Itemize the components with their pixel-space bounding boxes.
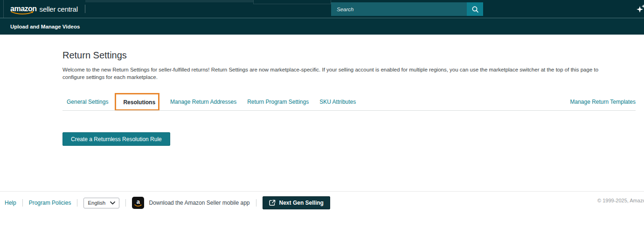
chevron-down-icon <box>110 201 115 205</box>
next-gen-selling-label: Next Gen Selling <box>279 200 324 206</box>
footer-separator <box>256 199 256 207</box>
header-dropdown-edge <box>253 0 331 4</box>
ai-assistant-button[interactable] <box>635 3 644 15</box>
footer-separator <box>77 199 77 207</box>
footer: Help Program Policies English a Download… <box>5 196 330 210</box>
language-select[interactable]: English <box>83 198 119 208</box>
language-select-value: English <box>88 200 105 206</box>
external-link-icon <box>269 200 276 206</box>
logo-divider <box>85 5 85 13</box>
tab-sku-attributes[interactable]: SKU Attributes <box>319 99 356 105</box>
sub-header-bar: Upload and Manage Videos <box>0 18 644 35</box>
program-policies-link[interactable]: Program Policies <box>29 200 71 206</box>
page-description: Welcome to the new Return Settings for s… <box>62 66 619 81</box>
settings-tabs: General Settings Resolutions Manage Retu… <box>62 93 356 111</box>
global-search <box>331 2 483 16</box>
download-mobile-app-link[interactable]: Download the Amazon Seller mobile app <box>149 200 249 206</box>
seller-central-text: seller central <box>40 5 78 13</box>
subheader-title: Upload and Manage Videos <box>10 24 80 29</box>
page-title: Return Settings <box>62 50 127 61</box>
search-input[interactable] <box>331 2 467 16</box>
app-icon-smile <box>134 204 142 207</box>
next-gen-selling-button[interactable]: Next Gen Selling <box>263 196 330 209</box>
amazon-app-icon[interactable]: a <box>132 197 144 209</box>
tab-resolutions[interactable]: Resolutions <box>123 99 155 106</box>
app-icon-letter: a <box>137 199 140 204</box>
seller-central-logo[interactable]: amazon seller central <box>10 0 85 18</box>
footer-divider-line <box>0 191 644 192</box>
tab-general-settings[interactable]: General Settings <box>67 99 108 105</box>
header-accent-strip <box>85 0 253 2</box>
annotation-highlight-box: Resolutions <box>115 93 159 111</box>
tab-manage-return-addresses[interactable]: Manage Return Addresses <box>170 99 236 105</box>
search-button[interactable] <box>467 2 483 16</box>
top-header-bar: amazon seller central <box>0 0 644 18</box>
footer-separator <box>22 199 23 207</box>
header-left-divider <box>3 0 4 18</box>
amazon-smile-icon <box>11 11 34 15</box>
tab-return-program-settings[interactable]: Return Program Settings <box>247 99 309 105</box>
amazon-logo-text: amazon <box>10 5 37 13</box>
sparkle-icon <box>635 3 644 15</box>
footer-separator <box>125 199 126 207</box>
tabs-divider-line <box>62 110 636 111</box>
manage-return-templates-link[interactable]: Manage Return Templates <box>570 99 636 105</box>
create-returnless-resolution-rule-button[interactable]: Create a Returnless Resolution Rule <box>62 132 170 146</box>
copyright-text: © 1999-2025, Amazon <box>597 198 644 203</box>
help-link[interactable]: Help <box>5 200 16 206</box>
magnifier-icon <box>471 6 479 13</box>
